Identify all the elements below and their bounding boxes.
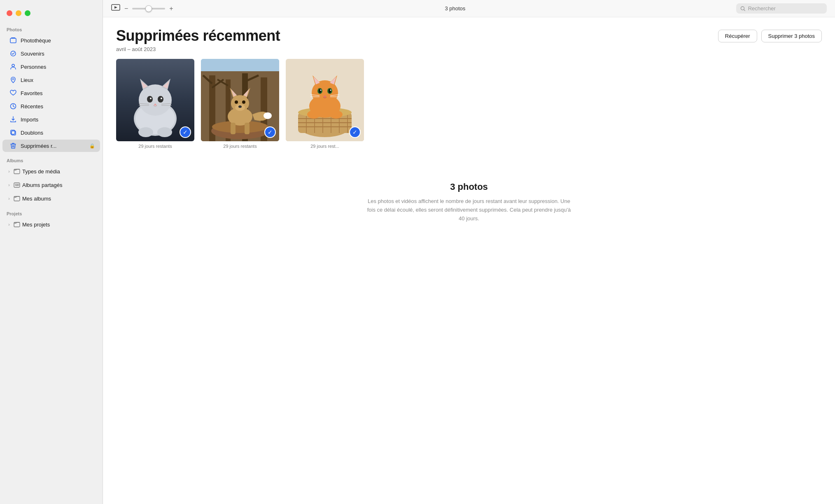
svg-point-82 <box>320 90 322 91</box>
svg-point-83 <box>330 90 331 91</box>
photo-caption-1: 29 jours restants <box>138 144 172 149</box>
svg-point-81 <box>329 89 331 93</box>
checkmark-badge-2: ✓ <box>264 126 276 138</box>
svg-point-89 <box>307 110 320 119</box>
svg-point-54 <box>242 100 245 104</box>
svg-point-55 <box>238 105 242 108</box>
checkmark-badge-3: ✓ <box>349 126 361 138</box>
svg-point-80 <box>319 89 321 93</box>
svg-point-23 <box>147 96 153 103</box>
svg-point-26 <box>161 98 162 99</box>
svg-point-24 <box>158 96 163 103</box>
svg-point-58 <box>264 112 272 119</box>
svg-point-25 <box>150 98 152 99</box>
svg-rect-56 <box>231 123 236 134</box>
photo-caption-3: 29 jours rest... <box>310 144 339 149</box>
svg-rect-57 <box>245 123 250 134</box>
photo-item-3[interactable]: ✓ 29 jours rest... <box>286 59 364 149</box>
photo-thumb-1: ✓ <box>116 59 194 141</box>
photo-thumb-3: ✓ <box>286 59 364 141</box>
photo-item-2[interactable]: ✓ 29 jours restants <box>201 59 279 149</box>
svg-point-32 <box>138 127 153 137</box>
svg-point-53 <box>235 100 238 104</box>
svg-point-33 <box>157 127 172 137</box>
photo-thumb-2: ✓ <box>201 59 279 141</box>
photo-caption-2: 29 jours restants <box>223 144 257 149</box>
photo-item-1[interactable]: ✓ 29 jours restants <box>116 59 194 149</box>
svg-point-90 <box>329 110 343 119</box>
checkmark-badge-1: ✓ <box>180 126 191 138</box>
